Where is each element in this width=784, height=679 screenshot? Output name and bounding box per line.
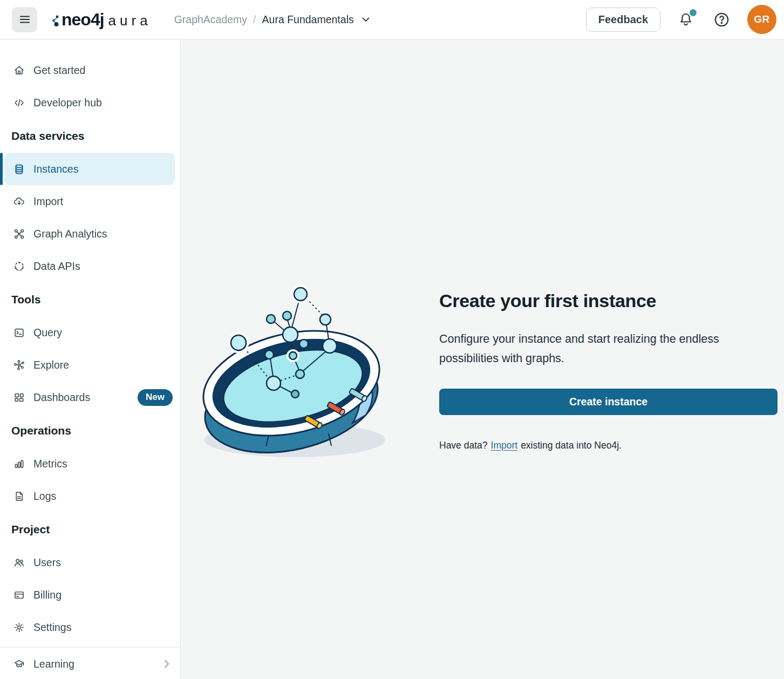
code-icon: [13, 97, 25, 108]
settings-icon: [13, 622, 25, 633]
sidebar-item-label: Billing: [33, 589, 62, 601]
database-icon: [13, 164, 25, 175]
sidebar-item-dashboards[interactable]: Dashboards New: [0, 381, 180, 413]
sidebar-section-tools: Tools: [0, 282, 180, 316]
sidebar-item-import[interactable]: Import: [0, 185, 180, 218]
sidebar-item-label: Data APIs: [33, 260, 80, 273]
sidebar-item-query[interactable]: Query: [0, 316, 180, 349]
page-description: Configure your instance and start realiz…: [439, 329, 778, 368]
sidebar-item-label: Query: [33, 327, 62, 339]
sidebar-item-label: Users: [33, 556, 61, 569]
notifications-button[interactable]: [676, 9, 696, 30]
empty-state-hero: Create your first instance Configure you…: [181, 278, 784, 464]
graph-analytics-icon: [13, 228, 25, 240]
sidebar-item-explore[interactable]: Explore: [0, 349, 180, 381]
sidebar-item-label: Learning: [33, 658, 74, 670]
sidebar-section-project: Project: [0, 512, 180, 546]
chevron-right-icon: [161, 658, 173, 670]
sidebar-item-instances[interactable]: Instances: [4, 153, 175, 185]
feedback-button[interactable]: Feedback: [586, 8, 660, 32]
page-title: Create your first instance: [439, 290, 778, 311]
have-data-suffix: existing data into Neo4j.: [521, 440, 622, 451]
main-content: Create your first instance Configure you…: [181, 40, 784, 679]
have-data-prefix: Have data?: [439, 440, 488, 451]
sidebar-item-get-started[interactable]: Get started: [0, 54, 180, 86]
users-icon: [13, 557, 25, 568]
breadcrumb-separator: /: [253, 13, 256, 26]
dashboards-icon: [13, 392, 25, 403]
billing-icon: [13, 589, 25, 601]
breadcrumb-current-label: Aura Fundamentals: [262, 13, 354, 26]
help-button[interactable]: [711, 9, 732, 30]
sidebar-item-users[interactable]: Users: [0, 546, 180, 579]
sidebar-item-graph-analytics[interactable]: Graph Analytics: [0, 218, 180, 250]
sidebar-item-logs[interactable]: Logs: [0, 480, 180, 512]
hamburger-menu-button[interactable]: [12, 7, 37, 32]
sidebar-item-label: Developer hub: [33, 97, 102, 109]
topbar: neo4j aura GraphAcademy / Aura Fundament…: [0, 0, 784, 39]
sidebar-item-label: Metrics: [33, 458, 67, 470]
topbar-actions: Feedback GR: [586, 5, 776, 34]
import-link[interactable]: Import: [491, 440, 518, 451]
logs-icon: [13, 491, 25, 502]
sidebar-item-billing[interactable]: Billing: [0, 579, 180, 611]
logo-brand-text: neo4j: [62, 10, 104, 30]
sidebar-item-label: Settings: [33, 621, 71, 634]
help-icon: [713, 11, 730, 28]
sidebar-item-label: Explore: [33, 359, 69, 371]
sidebar-item-settings[interactable]: Settings: [0, 611, 180, 643]
sidebar-section-operations: Operations: [0, 413, 180, 447]
have-data-note: Have data? Import existing data into Neo…: [439, 440, 778, 451]
avatar[interactable]: GR: [747, 5, 776, 34]
learning-icon: [13, 658, 25, 670]
sidebar-item-label: Import: [33, 195, 63, 208]
sidebar-item-label: Instances: [33, 163, 78, 175]
hamburger-icon: [19, 13, 31, 25]
sidebar-item-label: Dashboards: [33, 391, 90, 404]
chevron-down-icon: [360, 14, 371, 25]
empty-state-text: Create your first instance Configure you…: [439, 290, 778, 451]
sidebar-item-developer-hub[interactable]: Developer hub: [0, 86, 180, 119]
notification-dot: [690, 9, 697, 16]
cloud-download-icon: [13, 196, 25, 207]
sidebar-item-label: Get started: [33, 64, 85, 77]
logo-product-text: aura: [108, 12, 152, 29]
explore-icon: [13, 359, 25, 371]
breadcrumb-current-dropdown[interactable]: Aura Fundamentals: [262, 13, 371, 26]
neo4j-aura-logo[interactable]: neo4j aura: [51, 10, 152, 30]
metrics-icon: [13, 458, 25, 470]
sidebar-item-data-apis[interactable]: Data APIs: [0, 250, 180, 282]
sidebar-item-metrics[interactable]: Metrics: [0, 447, 180, 480]
breadcrumb-project[interactable]: GraphAcademy: [174, 13, 247, 26]
new-badge: New: [138, 389, 173, 406]
home-icon: [13, 65, 25, 76]
instance-pool-illustration: [189, 278, 390, 464]
sidebar: Get started Developer hub Data services …: [0, 40, 181, 679]
breadcrumb: GraphAcademy / Aura Fundamentals: [174, 13, 371, 26]
neo4j-logo-dots-icon: [51, 13, 60, 28]
terminal-icon: [13, 327, 25, 338]
sidebar-item-learning[interactable]: Learning: [0, 648, 180, 679]
sidebar-item-label: Logs: [33, 490, 56, 503]
create-instance-button[interactable]: Create instance: [439, 389, 778, 415]
data-api-icon: [13, 261, 25, 272]
sidebar-section-data-services: Data services: [0, 119, 180, 153]
sidebar-item-label: Graph Analytics: [33, 228, 107, 240]
